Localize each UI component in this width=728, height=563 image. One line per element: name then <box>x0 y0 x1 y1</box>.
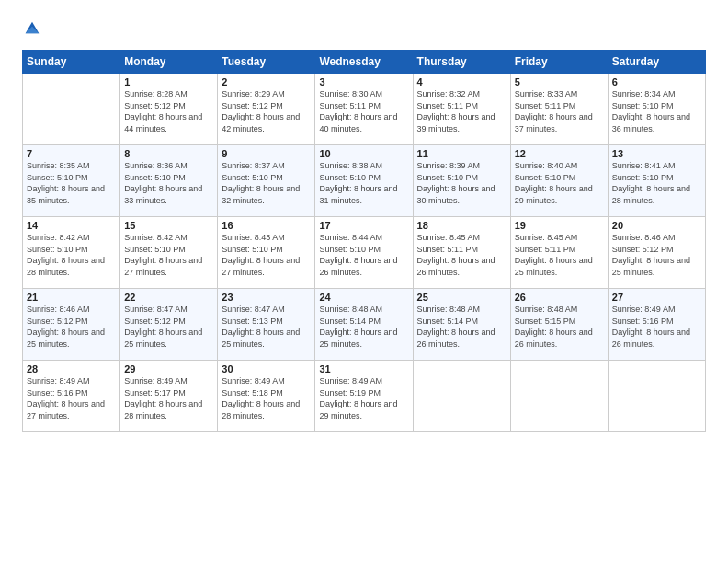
day-info: Sunrise: 8:39 AMSunset: 5:10 PMDaylight:… <box>417 160 506 206</box>
sunset-label: Sunset: 5:10 PM <box>612 101 674 110</box>
sunrise-label: Sunrise: 8:39 AM <box>417 161 481 170</box>
daylight-label: Daylight: 8 hours and 25 minutes. <box>222 327 300 349</box>
sunset-label: Sunset: 5:17 PM <box>124 388 186 397</box>
daylight-label: Daylight: 8 hours and 42 minutes. <box>222 112 300 133</box>
calendar-cell: 27Sunrise: 8:49 AMSunset: 5:16 PMDayligh… <box>608 289 705 361</box>
sunset-label: Sunset: 5:10 PM <box>515 173 576 182</box>
calendar-cell <box>510 361 608 432</box>
calendar-cell: 7Sunrise: 8:35 AMSunset: 5:10 PMDaylight… <box>23 145 120 217</box>
daylight-label: Daylight: 8 hours and 26 minutes. <box>612 327 690 349</box>
day-info: Sunrise: 8:49 AMSunset: 5:19 PMDaylight:… <box>319 375 408 421</box>
day-info: Sunrise: 8:46 AMSunset: 5:12 PMDaylight:… <box>27 304 116 350</box>
day-info: Sunrise: 8:49 AMSunset: 5:18 PMDaylight:… <box>222 375 311 421</box>
day-number: 7 <box>27 148 116 159</box>
calendar-cell <box>608 361 705 432</box>
day-number: 9 <box>222 148 311 159</box>
day-info: Sunrise: 8:34 AMSunset: 5:10 PMDaylight:… <box>612 88 701 134</box>
day-number: 15 <box>124 220 213 231</box>
day-info: Sunrise: 8:45 AMSunset: 5:11 PMDaylight:… <box>417 232 506 278</box>
calendar-cell: 2Sunrise: 8:29 AMSunset: 5:12 PMDaylight… <box>218 74 315 145</box>
calendar-cell: 11Sunrise: 8:39 AMSunset: 5:10 PMDayligh… <box>413 145 510 217</box>
calendar-cell: 5Sunrise: 8:33 AMSunset: 5:11 PMDaylight… <box>510 74 608 145</box>
day-number: 13 <box>612 148 701 159</box>
daylight-label: Daylight: 8 hours and 25 minutes. <box>612 256 690 277</box>
sunset-label: Sunset: 5:14 PM <box>417 316 479 326</box>
sunrise-label: Sunrise: 8:32 AM <box>417 89 481 98</box>
weekday-header-row: SundayMondayTuesdayWednesdayThursdayFrid… <box>23 51 706 74</box>
sunrise-label: Sunrise: 8:42 AM <box>27 233 90 242</box>
sunset-label: Sunset: 5:19 PM <box>319 388 381 397</box>
week-row-5: 28Sunrise: 8:49 AMSunset: 5:16 PMDayligh… <box>23 361 706 432</box>
daylight-label: Daylight: 8 hours and 37 minutes. <box>515 112 593 133</box>
calendar-cell: 13Sunrise: 8:41 AMSunset: 5:10 PMDayligh… <box>608 145 705 217</box>
day-number: 8 <box>124 148 213 159</box>
calendar-cell: 12Sunrise: 8:40 AMSunset: 5:10 PMDayligh… <box>510 145 608 217</box>
day-info: Sunrise: 8:43 AMSunset: 5:10 PMDaylight:… <box>222 232 311 278</box>
daylight-label: Daylight: 8 hours and 29 minutes. <box>515 184 593 205</box>
logo-icon <box>22 18 42 39</box>
day-info: Sunrise: 8:33 AMSunset: 5:11 PMDaylight:… <box>515 88 604 134</box>
sunset-label: Sunset: 5:11 PM <box>319 101 381 110</box>
day-info: Sunrise: 8:48 AMSunset: 5:15 PMDaylight:… <box>515 304 604 350</box>
day-info: Sunrise: 8:29 AMSunset: 5:12 PMDaylight:… <box>222 88 311 134</box>
sunrise-label: Sunrise: 8:49 AM <box>124 376 188 385</box>
day-number: 22 <box>124 292 213 303</box>
daylight-label: Daylight: 8 hours and 44 minutes. <box>124 112 202 133</box>
day-number: 5 <box>515 76 604 87</box>
daylight-label: Daylight: 8 hours and 26 minutes. <box>515 327 593 349</box>
day-info: Sunrise: 8:41 AMSunset: 5:10 PMDaylight:… <box>612 160 701 206</box>
daylight-label: Daylight: 8 hours and 27 minutes. <box>124 256 202 277</box>
logo <box>22 18 46 39</box>
weekday-header-sunday: Sunday <box>23 51 120 74</box>
calendar-cell: 6Sunrise: 8:34 AMSunset: 5:10 PMDaylight… <box>608 74 705 145</box>
day-number: 24 <box>319 292 408 303</box>
daylight-label: Daylight: 8 hours and 31 minutes. <box>319 184 397 205</box>
sunrise-label: Sunrise: 8:44 AM <box>319 233 382 242</box>
week-row-2: 7Sunrise: 8:35 AMSunset: 5:10 PMDaylight… <box>23 145 706 217</box>
daylight-label: Daylight: 8 hours and 28 minutes. <box>124 399 202 420</box>
week-row-4: 21Sunrise: 8:46 AMSunset: 5:12 PMDayligh… <box>23 289 706 361</box>
sunset-label: Sunset: 5:18 PM <box>222 388 283 397</box>
calendar-cell: 24Sunrise: 8:48 AMSunset: 5:14 PMDayligh… <box>315 289 413 361</box>
sunrise-label: Sunrise: 8:33 AM <box>515 89 578 98</box>
sunrise-label: Sunrise: 8:49 AM <box>222 376 285 385</box>
day-info: Sunrise: 8:44 AMSunset: 5:10 PMDaylight:… <box>319 232 408 278</box>
day-number: 11 <box>417 148 506 159</box>
weekday-header-friday: Friday <box>510 51 608 74</box>
calendar-cell: 3Sunrise: 8:30 AMSunset: 5:11 PMDaylight… <box>315 74 413 145</box>
sunset-label: Sunset: 5:10 PM <box>27 173 88 182</box>
sunset-label: Sunset: 5:10 PM <box>27 245 88 254</box>
calendar-table: SundayMondayTuesdayWednesdayThursdayFrid… <box>22 50 706 432</box>
sunset-label: Sunset: 5:12 PM <box>124 101 186 110</box>
day-info: Sunrise: 8:42 AMSunset: 5:10 PMDaylight:… <box>124 232 213 278</box>
day-number: 1 <box>124 76 213 87</box>
calendar-cell: 14Sunrise: 8:42 AMSunset: 5:10 PMDayligh… <box>23 217 120 289</box>
sunrise-label: Sunrise: 8:49 AM <box>319 376 382 385</box>
sunset-label: Sunset: 5:10 PM <box>319 173 381 182</box>
day-info: Sunrise: 8:37 AMSunset: 5:10 PMDaylight:… <box>222 160 311 206</box>
sunrise-label: Sunrise: 8:45 AM <box>515 233 578 242</box>
sunset-label: Sunset: 5:12 PM <box>124 316 186 326</box>
week-row-3: 14Sunrise: 8:42 AMSunset: 5:10 PMDayligh… <box>23 217 706 289</box>
day-info: Sunrise: 8:40 AMSunset: 5:10 PMDaylight:… <box>515 160 604 206</box>
daylight-label: Daylight: 8 hours and 25 minutes. <box>27 327 105 349</box>
day-number: 14 <box>27 220 116 231</box>
day-number: 26 <box>515 292 604 303</box>
day-number: 4 <box>417 76 506 87</box>
calendar-cell: 18Sunrise: 8:45 AMSunset: 5:11 PMDayligh… <box>413 217 510 289</box>
daylight-label: Daylight: 8 hours and 28 minutes. <box>27 256 105 277</box>
weekday-header-wednesday: Wednesday <box>315 51 413 74</box>
sunset-label: Sunset: 5:11 PM <box>417 101 479 110</box>
day-info: Sunrise: 8:47 AMSunset: 5:12 PMDaylight:… <box>124 304 213 350</box>
calendar-cell: 10Sunrise: 8:38 AMSunset: 5:10 PMDayligh… <box>315 145 413 217</box>
calendar-cell: 30Sunrise: 8:49 AMSunset: 5:18 PMDayligh… <box>218 361 315 432</box>
sunrise-label: Sunrise: 8:49 AM <box>27 376 90 385</box>
weekday-header-monday: Monday <box>120 51 218 74</box>
sunset-label: Sunset: 5:11 PM <box>515 245 576 254</box>
sunrise-label: Sunrise: 8:34 AM <box>612 89 676 98</box>
sunrise-label: Sunrise: 8:47 AM <box>222 304 285 314</box>
calendar-cell: 22Sunrise: 8:47 AMSunset: 5:12 PMDayligh… <box>120 289 218 361</box>
daylight-label: Daylight: 8 hours and 27 minutes. <box>222 256 300 277</box>
day-number: 27 <box>612 292 701 303</box>
sunrise-label: Sunrise: 8:47 AM <box>124 304 188 314</box>
